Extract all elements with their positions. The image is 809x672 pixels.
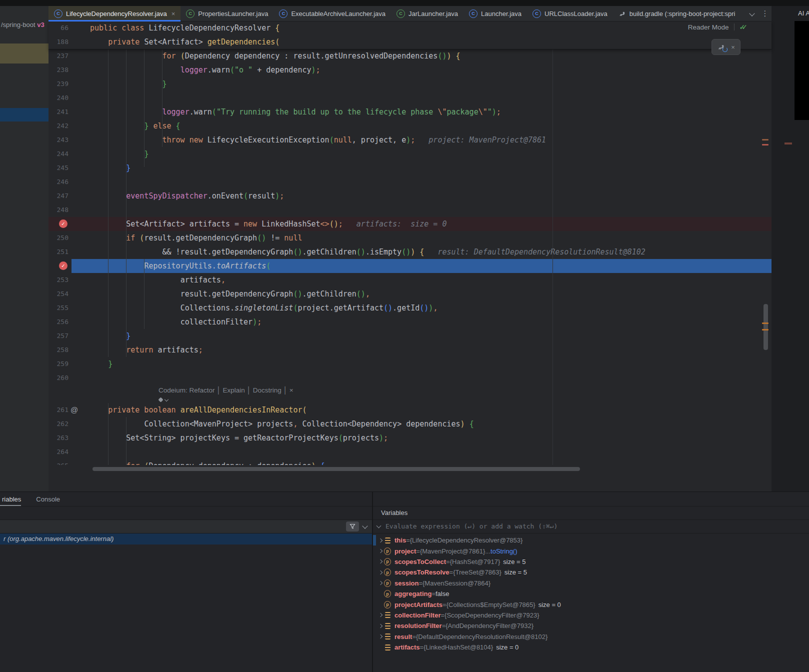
gutter-255[interactable]: 255: [48, 301, 90, 315]
expand-chevron[interactable]: [377, 582, 384, 584]
tab-build[interactable]: build.gradle (:spring-boot-project:spri: [613, 6, 741, 21]
close-icon[interactable]: ×: [731, 44, 735, 51]
code-text[interactable]: result.getDependencyGraph().getChildren(…: [90, 287, 772, 301]
code-line-242[interactable]: 242 } else {: [48, 119, 772, 133]
code-line-237[interactable]: 237 for (Dependency dependency : result.…: [48, 49, 772, 63]
code-line-264[interactable]: 264: [48, 445, 772, 459]
code-line-260[interactable]: 260: [48, 371, 772, 385]
code-line-244[interactable]: 244 }: [48, 147, 772, 161]
expand-chevron[interactable]: [377, 624, 384, 628]
code-line-253[interactable]: 253 artifacts,: [48, 273, 772, 287]
vertical-scrollbar[interactable]: [764, 304, 768, 350]
error-stripe-mark[interactable]: [762, 139, 768, 140]
code-line-246[interactable]: 246: [48, 175, 772, 189]
tab-JarLauncher[interactable]: CJarLauncher.java: [391, 6, 464, 21]
code-text[interactable]: collectionFilter);: [90, 315, 772, 329]
variable-row-scopesToResolve[interactable]: pscopesToResolve = {TreeSet@7863}size = …: [373, 567, 809, 578]
reader-mode-control[interactable]: Reader Mode ✓✓: [688, 23, 748, 31]
gradle-sync-popup[interactable]: ×: [712, 39, 740, 55]
code-text[interactable]: && !result.getDependencyGraph().getChild…: [90, 245, 772, 259]
frames-pane[interactable]: r (org.apache.maven.lifecycle.internal): [0, 506, 372, 672]
stack-frame-row[interactable]: r (org.apache.maven.lifecycle.internal): [0, 534, 372, 544]
gutter-258[interactable]: 258: [48, 343, 90, 357]
code-text[interactable]: for (Dependency dependency : dependencie…: [90, 459, 772, 465]
code-text[interactable]: artifacts,: [90, 273, 772, 287]
code-text[interactable]: }: [90, 147, 772, 161]
gutter-254[interactable]: 254: [48, 287, 90, 301]
more-options-icon[interactable]: ⋮: [758, 6, 772, 21]
code-line-188[interactable]: 188 private Set<Artifact> getDependencie…: [48, 35, 772, 49]
code-line-239[interactable]: 239 }: [48, 77, 772, 91]
close-icon[interactable]: ×: [172, 10, 176, 18]
variable-row-this[interactable]: this = {LifecycleDependencyResolver@7853…: [373, 535, 809, 546]
code-text[interactable]: logger.warn("o " + dependency);: [90, 63, 772, 77]
show-hidden-tabs-button[interactable]: [746, 6, 758, 21]
code-text[interactable]: private boolean areAllDependenciesInReac…: [90, 403, 772, 417]
code-line-262[interactable]: 262 Collection<MavenProject> projects, C…: [48, 417, 772, 431]
gutter-239[interactable]: 239: [48, 77, 90, 91]
code-text[interactable]: Collections.singletonList(project.getArt…: [90, 301, 772, 315]
gutter-246[interactable]: 246: [48, 175, 90, 189]
gutter-237[interactable]: 237: [48, 49, 90, 63]
code-line-258[interactable]: 258 return artifacts;: [48, 343, 772, 357]
code-text[interactable]: Set<String> projectKeys = getReactorProj…: [90, 431, 772, 445]
code-text[interactable]: private Set<Artifact> getDependencies(: [90, 35, 772, 49]
tab-LifecycleDependencyResolver[interactable]: CLifecycleDependencyResolver.java×: [48, 6, 180, 21]
code-line-248[interactable]: 248: [48, 203, 772, 217]
error-stripe-mark[interactable]: [762, 322, 768, 324]
expand-chevron[interactable]: [377, 571, 384, 574]
variable-row-scopesToCollect[interactable]: pscopesToCollect = {HashSet@7917}size = …: [373, 556, 809, 567]
tab-ExecutableArchiveLauncher[interactable]: CExecutableArchiveLauncher.java: [274, 6, 391, 21]
evaluate-expression-input[interactable]: Evaluate expression (↵) or add a watch (…: [373, 520, 809, 534]
code-text[interactable]: RepositoryUtils.toArtifacts(: [90, 259, 772, 273]
tab-ai-assistant[interactable]: AI A: [798, 10, 809, 17]
error-stripe-mark[interactable]: [762, 329, 768, 330]
tab-Launcher[interactable]: CLauncher.java: [464, 6, 527, 21]
error-stripe-mark[interactable]: [762, 144, 768, 146]
code-line-252[interactable]: ✓ RepositoryUtils.toArtifacts(: [48, 259, 772, 273]
gutter-240[interactable]: 240: [48, 91, 90, 105]
breakpoint-icon[interactable]: ✓: [59, 220, 68, 228]
gutter-247[interactable]: 247: [48, 189, 90, 203]
code-line-254[interactable]: 254 result.getDependencyGraph().getChild…: [48, 287, 772, 301]
gutter-256[interactable]: 256: [48, 315, 90, 329]
code-line-249[interactable]: ✓ Set<Artifact> artifacts = new LinkedHa…: [48, 217, 772, 231]
expand-chevron[interactable]: [377, 614, 384, 616]
variable-row-projectArtifacts[interactable]: pprojectArtifacts = {Collections$EmptySe…: [373, 599, 809, 610]
tab-PropertiesLauncher[interactable]: CPropertiesLauncher.java: [180, 6, 274, 21]
code-line-238[interactable]: 238 logger.warn("o " + dependency);: [48, 63, 772, 77]
gutter-259[interactable]: 259: [48, 357, 90, 371]
variable-row-aggregating[interactable]: paggregating = false: [373, 588, 809, 599]
annotation-icon[interactable]: @: [70, 403, 78, 417]
tab-URLClassLoader[interactable]: CURLClassLoader.java: [527, 6, 613, 21]
gutter-263[interactable]: 263: [48, 431, 90, 445]
reader-mode-label[interactable]: Reader Mode: [688, 24, 729, 31]
code-line-243[interactable]: 243 throw new LifecycleExecutionExceptio…: [48, 133, 772, 147]
code-line-251[interactable]: 251 && !result.getDependencyGraph().getC…: [48, 245, 772, 259]
project-root-label[interactable]: /spring-boot v3: [1, 21, 48, 28]
codeium-actions[interactable]: Codeium: Refactor │ Explain │ Docstring …: [48, 385, 772, 396]
code-text[interactable]: }: [90, 77, 772, 91]
code-line-259[interactable]: 259 }: [48, 357, 772, 371]
code-text[interactable]: }: [90, 161, 772, 175]
code-line-245[interactable]: 245 }: [48, 161, 772, 175]
gutter-245[interactable]: 245: [48, 161, 90, 175]
gutter-242[interactable]: 242: [48, 119, 90, 133]
code-text[interactable]: for (Dependency dependency : result.getU…: [90, 49, 772, 63]
gutter-250[interactable]: 250: [48, 231, 90, 245]
code-line-256[interactable]: 256 collectionFilter);: [48, 315, 772, 329]
gutter-264[interactable]: 264: [48, 445, 90, 459]
inspection-ok-icon[interactable]: ✓✓: [740, 23, 748, 31]
gutter-238[interactable]: 238: [48, 63, 90, 77]
project-sidebar[interactable]: /spring-boot v3: [0, 6, 49, 492]
code-line-240[interactable]: 240: [48, 91, 772, 105]
code-text[interactable]: eventSpyDispatcher.onEvent(result);: [90, 189, 772, 203]
variable-row-artifacts[interactable]: artifacts = {LinkedHashSet@8104}size = 0: [373, 642, 809, 652]
code-text[interactable]: } else {: [90, 119, 772, 133]
code-text[interactable]: logger.warn("Try running the build up to…: [90, 105, 772, 119]
gutter-261[interactable]: 261@: [48, 403, 90, 417]
code-line-255[interactable]: 255 Collections.singletonList(project.ge…: [48, 301, 772, 315]
chevron-down-icon[interactable]: [376, 524, 382, 528]
code-text[interactable]: throw new LifecycleExecutionException(nu…: [90, 133, 772, 147]
gutter-251[interactable]: 251: [48, 245, 90, 259]
